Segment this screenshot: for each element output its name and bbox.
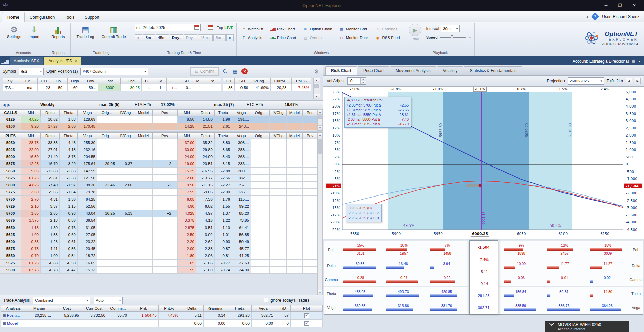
search-icon[interactable] (221, 68, 229, 75)
cell[interactable]: -3.37 (41, 203, 60, 210)
cell[interactable]: 0.85 (21, 238, 41, 245)
cell[interactable] (153, 139, 177, 146)
table-row[interactable]: 55750.75-1.11-0.5620.45 (0, 245, 177, 252)
column-header[interactable]: Mid (178, 110, 196, 116)
option-chain-toggle[interactable]: ⊞Option Chain (301, 25, 335, 33)
cell[interactable] (153, 175, 177, 182)
greeks-cell[interactable]: 16.46 (382, 259, 425, 273)
column-header[interactable]: Orig... (251, 110, 270, 116)
cell[interactable]: 16.65 (78, 260, 97, 267)
table-row[interactable]: 2.20-2.62-0.9350.49 (178, 238, 317, 245)
cell[interactable]: -27.01 (41, 146, 60, 153)
cell[interactable] (153, 168, 177, 175)
exp-calendar-icon[interactable] (208, 25, 213, 30)
column-header[interactable]: Pos (153, 110, 177, 116)
column-header[interactable]: Vega (232, 133, 251, 139)
cell[interactable]: -11.16 (196, 182, 215, 189)
cell[interactable]: -0.93 (215, 238, 232, 245)
cell[interactable] (251, 224, 270, 231)
cell[interactable] (287, 189, 303, 196)
cell[interactable] (153, 116, 177, 123)
trade-log-button[interactable]: ▤ Trade Log (73, 24, 97, 40)
cell[interactable] (303, 153, 317, 160)
table-row[interactable]: 14.2521.51-2.61243... (178, 123, 317, 130)
cell[interactable] (117, 116, 134, 123)
cell[interactable] (117, 189, 134, 196)
cell[interactable]: 6125 (0, 116, 21, 123)
trade-analysis-mode-select[interactable]: Combined▾ (33, 297, 90, 304)
cell[interactable]: 57 (275, 312, 291, 320)
cell[interactable]: -3.15 (215, 160, 232, 168)
projection-date-select[interactable]: 26/02/2025▾ (568, 77, 604, 85)
table-row[interactable]: 61254.82510.62-1.83128.69 (0, 116, 177, 123)
column-header[interactable]: Pos (303, 133, 317, 139)
table-row[interactable]: 3.375-4.16-1.2273.85 (178, 217, 317, 224)
cell[interactable] (107, 320, 129, 327)
cell[interactable]: 14.25 (178, 123, 196, 130)
cell[interactable]: 1... (154, 84, 167, 91)
cell[interactable]: -0.88 (41, 260, 60, 267)
cell[interactable]: -0.77 (215, 260, 232, 267)
cell[interactable] (97, 252, 117, 260)
column-header[interactable]: Theta (227, 305, 252, 312)
cell[interactable]: 14.80 (196, 116, 215, 123)
cell[interactable] (251, 189, 270, 196)
cell[interactable]: -3.51 (196, 224, 215, 231)
column-header[interactable]: IV (154, 78, 167, 84)
cell[interactable]: 3.60 (21, 189, 41, 196)
cell[interactable] (97, 217, 117, 224)
column-header[interactable]: Orig... (97, 133, 117, 139)
speed-slider[interactable] (440, 37, 466, 38)
speed-slider-thumb[interactable] (451, 35, 453, 39)
cell[interactable]: -16.95 (196, 168, 215, 175)
cell[interactable]: -1.55 (215, 203, 232, 210)
cell[interactable]: -1.11 (41, 245, 60, 252)
cell[interactable]: 32.46 (97, 182, 117, 189)
cell[interactable]: 1.55 (178, 267, 196, 274)
greeks-cell[interactable]: 30.53 (339, 259, 382, 273)
greeks-cell[interactable]: 339.85 (339, 301, 382, 315)
cell[interactable]: 2.70 (21, 196, 41, 203)
cell[interactable] (97, 116, 117, 123)
account-dropdown-icon[interactable]: ▾ (638, 60, 640, 63)
time-fwd-fast-button[interactable]: » (226, 34, 234, 41)
column-header[interactable]: Mid (21, 110, 41, 116)
table-row[interactable]: Positi...20,235....-5,236.953,732.5035.7… (1, 312, 323, 320)
cell[interactable] (270, 139, 287, 146)
cell[interactable] (303, 175, 317, 182)
cell[interactable]: 27.05 (78, 231, 97, 238)
cell[interactable]: 0.00 (227, 320, 252, 327)
cell[interactable] (303, 182, 317, 189)
prev-expiry-arrow-icon[interactable]: ◀ (3, 103, 5, 107)
column-header[interactable]: IVChg... (250, 78, 271, 84)
cell[interactable]: -3.75 (60, 153, 78, 160)
cell[interactable] (303, 267, 317, 274)
cell[interactable] (153, 245, 177, 252)
cell[interactable]: 2.00 (178, 245, 196, 252)
cell[interactable] (287, 224, 303, 231)
cell[interactable]: 5900 (0, 153, 21, 160)
cell[interactable]: -2.00 (215, 189, 232, 196)
column-header[interactable]: Delta (196, 110, 215, 116)
column-header[interactable]: Pos (303, 110, 317, 116)
cell[interactable]: 6100 (0, 123, 21, 130)
cell[interactable]: -0.87 (215, 245, 232, 252)
cell[interactable]: 3.375 (178, 217, 196, 224)
greeks-cell[interactable]: -0.22 (425, 273, 468, 287)
table-row[interactable]: 58004.825-7.40-1.9798.3632.462.00-2 (0, 182, 177, 189)
cell[interactable] (287, 245, 303, 252)
greeks-cell[interactable]: -0.01 (542, 273, 585, 287)
column-header[interactable]: CurrM... (271, 78, 292, 84)
symbol-select[interactable]: /ES▾ (19, 68, 44, 75)
cell[interactable] (303, 139, 317, 146)
cell[interactable] (97, 260, 117, 267)
column-header[interactable]: Vega (78, 110, 97, 116)
cell[interactable] (134, 224, 153, 231)
cell[interactable]: 59... (83, 84, 98, 91)
cell[interactable] (97, 168, 117, 175)
cell[interactable]: -4.97 (196, 210, 215, 217)
cell[interactable] (117, 153, 134, 160)
cell[interactable]: 5850 (0, 168, 21, 175)
cell[interactable] (153, 196, 177, 203)
cell[interactable]: 35 (223, 84, 235, 91)
